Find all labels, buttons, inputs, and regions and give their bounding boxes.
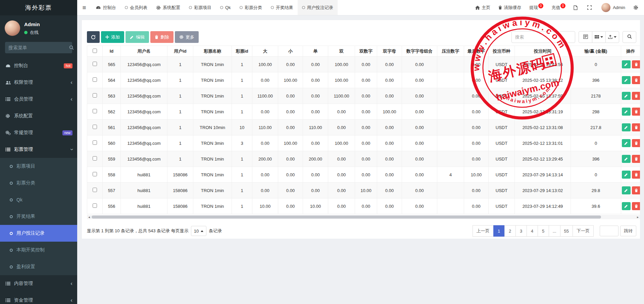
row-delete-button[interactable] [632,60,640,68]
sidebar-item[interactable]: 会员管理‹ [0,91,77,108]
sidebar-item[interactable]: 系统配置 [0,108,77,124]
jump-page-input[interactable] [600,226,618,236]
table-cell: 100.00 [377,104,402,120]
withdraw-link[interactable]: 提现 0 [529,5,543,11]
row-delete-button[interactable] [632,155,640,163]
nav-tab[interactable]: 彩票分类 [235,0,266,15]
scroll-left-icon[interactable]: ◂ [87,215,91,219]
row-checkbox[interactable] [93,156,97,161]
export-icon [608,34,612,40]
row-edit-button[interactable] [622,92,631,100]
table-cell: USDT [489,104,515,120]
row-checkbox[interactable] [93,62,97,66]
row-checkbox[interactable] [93,125,97,129]
horizontal-scrollbar[interactable]: ◂ ▸ [87,215,640,219]
sidebar-subitem[interactable]: Qk [0,191,77,208]
page-button[interactable]: 1 [493,225,505,237]
nav-tab[interactable]: 会员列表 [120,0,152,15]
sidebar-subitem[interactable]: 彩票分类 [0,175,77,191]
row-edit-button[interactable] [622,123,631,131]
sidebar-item[interactable]: 常规管理new [0,124,77,141]
row-delete-button[interactable] [632,123,640,131]
row-edit-button[interactable] [622,155,631,163]
nav-tab[interactable]: 彩票项目 [185,0,216,15]
recharge-link[interactable]: 充值 0 [551,5,565,11]
nav-tab[interactable]: 系统配置 [152,0,185,15]
row-edit-button[interactable] [622,171,631,179]
row-delete-button[interactable] [632,186,640,194]
sidebar-item[interactable]: 控制台hot [0,57,77,74]
page-button[interactable]: 上一页 [473,225,494,237]
sidebar-subitem[interactable]: 盈利设置 [0,258,77,275]
settings-button[interactable] [633,5,640,10]
sidebar-search-input[interactable] [8,45,69,50]
row-checkbox[interactable] [93,140,97,145]
row-delete-button[interactable] [632,139,640,147]
detail-view-button[interactable] [579,31,592,43]
page-button[interactable]: 下一页 [573,225,594,237]
row-delete-button[interactable] [632,92,640,100]
more-button[interactable]: 更多 [175,31,199,43]
row-delete-button[interactable] [632,202,640,210]
row-edit-button[interactable] [622,108,631,116]
table-cell: 0.00 [464,120,489,135]
sidebar-subitem[interactable]: 本期开奖控制 [0,242,77,258]
search-button[interactable] [623,31,636,43]
nav-tab[interactable]: Qk [216,0,235,15]
edit-button[interactable]: 编辑 [126,31,149,43]
row-delete-button[interactable] [632,108,640,116]
scrollbar-thumb[interactable] [92,216,601,219]
row-delete-button[interactable] [632,76,640,84]
nav-tab[interactable]: 控制台 [91,0,120,15]
table-search-input[interactable] [511,31,575,43]
delete-button[interactable]: 删除 [150,31,174,43]
hamburger-icon[interactable]: ≡ [77,0,91,15]
log-button[interactable] [574,5,579,10]
app-logo[interactable]: 海外彩票 [0,0,77,15]
sidebar-item[interactable]: 彩票管理‹ [0,141,77,158]
table-cell: USDT [489,183,515,198]
user-menu[interactable]: Admin [601,3,625,12]
select-all-checkbox[interactable] [93,49,97,53]
scroll-right-icon[interactable]: ▸ [636,215,640,219]
row-edit-button[interactable] [622,202,631,210]
row-delete-button[interactable] [632,171,640,179]
table-cell: 0.00 [355,120,377,135]
page-button[interactable]: 55 [560,225,573,237]
sidebar-subitem[interactable]: 彩票项目 [0,158,77,175]
page-button[interactable]: 4 [527,225,538,237]
home-link[interactable]: 主页 [475,5,490,11]
row-edit-button[interactable] [622,139,631,147]
page-button[interactable]: ... [549,225,560,237]
row-checkbox[interactable] [93,93,97,98]
columns-button[interactable] [592,31,606,43]
page-button[interactable]: 2 [504,225,516,237]
nav-tab[interactable]: 开奖结果 [266,0,298,15]
clear-cache-link[interactable]: 清除缓存 [498,5,521,11]
row-checkbox[interactable] [93,203,97,208]
nav-tab[interactable]: 用户投注记录 [298,0,338,15]
search-icon[interactable] [69,45,74,50]
avatar[interactable] [5,20,20,36]
table-cell: 0.00 [252,72,278,88]
export-button[interactable] [605,31,619,43]
row-checkbox[interactable] [93,77,97,82]
page-button[interactable]: 5 [538,225,549,237]
sidebar-item[interactable]: 资金管理‹ [0,292,77,304]
row-checkbox[interactable] [93,172,97,176]
row-edit-button[interactable] [622,186,631,194]
sidebar-subitem[interactable]: 用户投注记录 [0,225,77,242]
row-edit-button[interactable] [622,60,631,68]
sidebar-item[interactable]: 权限管理‹ [0,74,77,91]
refresh-button[interactable] [87,31,100,43]
sidebar-subitem[interactable]: 开奖结果 [0,208,77,225]
add-button[interactable]: 添加 [101,31,124,43]
fullscreen-button[interactable] [587,5,593,10]
page-size-select[interactable]: 10 [191,226,206,236]
row-edit-button[interactable] [622,76,631,84]
jump-button[interactable]: 跳转 [620,226,636,236]
page-button[interactable]: 3 [515,225,527,237]
sidebar-item[interactable]: 内容管理‹ [0,275,77,292]
row-checkbox[interactable] [93,109,97,113]
row-checkbox[interactable] [93,188,97,192]
